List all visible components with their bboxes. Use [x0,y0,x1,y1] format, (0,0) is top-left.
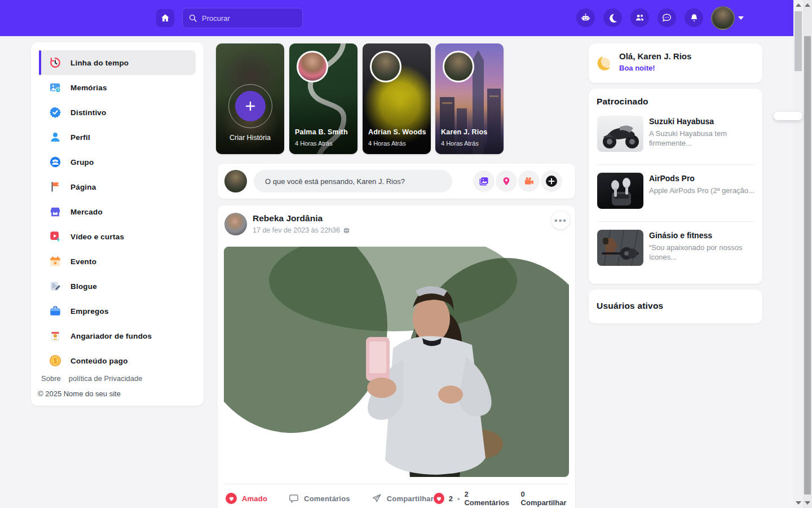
story-avatar [370,51,401,82]
browser-scrollbar[interactable] [803,0,812,508]
love-label: Amado [242,494,267,503]
sidebar-item-jobs[interactable]: Empregos [39,299,196,323]
story-author: Karen J. Rios [441,128,488,136]
sidebar-item-label: Conteúdo pago [70,357,128,365]
story-avatar [443,51,474,82]
story-author: Palma B. Smith [295,128,348,136]
memories-icon [49,81,61,94]
heart-icon [434,493,444,504]
add-video-button[interactable] [518,170,540,192]
sidebar-item-market[interactable]: Mercado [39,199,196,224]
scroll-up-arrow[interactable] [796,3,801,7]
home-button[interactable] [156,9,174,27]
scroll-up-arrow[interactable] [805,3,810,7]
comment-label: Comentários [304,494,350,503]
sponsored-item[interactable]: Ginásio e fitness “Sou apaixonado por no… [589,230,762,278]
dark-mode-button[interactable] [603,8,622,27]
composer-input[interactable] [254,170,452,192]
group-icon [49,156,61,168]
sidebar-item-profile[interactable]: Perfil [39,125,196,150]
story-card[interactable]: Karen J. Rios 4 Horas Atrás [435,43,504,154]
sidebar-item-group[interactable]: Grupo [39,150,196,174]
privacy-policy-link[interactable]: política de Privacidade [69,374,143,383]
home-icon [160,13,170,23]
airpods-photo [597,173,643,209]
sponsored-title: Ginásio e fitness [649,231,712,240]
inner-scrollbar[interactable] [793,0,803,508]
post-options-button[interactable]: ●●● [551,211,570,229]
add-more-button[interactable] [541,170,562,192]
sidebar-item-memories[interactable]: Memórias [39,75,196,100]
event-icon [49,255,61,268]
video-icon [49,230,61,243]
share-button[interactable]: Compartilhar [372,493,434,503]
sidebar-item-timeline[interactable]: Linha do tempo [39,50,196,75]
motorcycle-photo [597,116,643,152]
bell-icon [689,13,699,23]
comment-button[interactable]: Comentários [289,493,350,503]
sidebar-item-label: Distintivo [70,108,107,117]
post-author-name[interactable]: Rebeka Jordânia [253,213,323,224]
sidebar-item-label: Angariador de fundos [70,332,152,340]
sidebar-item-badge[interactable]: Distintivo [39,100,196,125]
sidebar-item-label: Mercado [70,208,103,216]
add-location-button[interactable] [496,170,517,192]
story-card[interactable]: Palma B. Smith 4 Horas Atrás [289,43,358,154]
sidebar-item-event[interactable]: Evento [39,249,196,274]
sidebar-item-video[interactable]: Vídeo e curtas [39,224,196,249]
post-photo[interactable] [224,247,569,477]
sidebar-item-label: Perfil [70,133,90,142]
robot-assistant-button[interactable] [576,8,595,27]
scroll-down-arrow[interactable] [805,501,810,505]
story-card[interactable]: Adrian S. Woods 4 Horas Atrás [363,43,431,154]
friends-button[interactable] [630,8,649,27]
sidebar-footer-links: Sobre política de Privacidade [41,374,143,383]
robot-icon [580,12,591,23]
add-photo-button[interactable] [473,170,495,192]
post-action-bar: Amado Comentários Compartilhar 2 • 2 Com… [224,489,569,508]
composer-avatar [224,170,247,192]
profile-icon [49,131,61,143]
inner-scrollbar-thumb[interactable] [795,11,802,71]
chevron-down-icon[interactable] [738,16,744,20]
moon-icon [608,13,618,23]
divider [597,221,754,222]
sidebar-item-label: Evento [70,257,96,266]
sidebar-item-label: Memórias [70,84,107,92]
paid-content-icon: $ [49,353,61,368]
scroll-down-arrow[interactable] [796,501,801,505]
story-author: Adrian S. Woods [368,128,426,136]
profile-avatar-menu[interactable] [711,6,735,30]
post-timestamp: 17 de fev de 2023 às 22h36 [253,226,340,234]
create-story-label: Criar História [216,134,284,142]
sidebar-item-label: Vídeo e curtas [70,233,124,241]
post-author-avatar[interactable] [224,213,247,235]
sponsored-description: “Sou apaixonado por nossos ícones... [649,243,756,262]
create-story-card[interactable]: Criar História [216,43,284,154]
left-sidebar: Linha do tempo Memórias Distintivo Perfi… [31,42,204,406]
sponsored-description: A Suzuki Hayabusa tem firmemente... [649,129,756,148]
stats-separator: • [457,494,460,503]
selfie-photo-graphic [224,247,569,477]
sidebar-item-label: Empregos [70,307,109,316]
browser-scrollbar-thumb[interactable] [804,36,811,494]
floating-pill-widget[interactable] [774,112,802,120]
love-button[interactable]: Amado [226,493,267,504]
sidebar-item-fundraiser[interactable]: Angariador de fundos [39,323,196,348]
greeting-card: Olá, Karen J. Rios Boa noite! [589,43,762,83]
sponsored-item[interactable]: Suzuki Hayabusa A Suzuki Hayabusa tem fi… [589,116,762,164]
page-flag-icon [49,181,61,193]
sidebar-item-page[interactable]: Página [39,174,196,199]
sidebar-item-paid-content[interactable]: $ Conteúdo pago [39,348,196,373]
search-box [182,8,303,28]
about-link[interactable]: Sobre [41,374,61,383]
share-label: Compartilhar [387,494,434,503]
sidebar-item-blog[interactable]: Blogue [39,274,196,299]
sponsored-item[interactable]: AirPods Pro Apple AirPods Pro (2ª geraçã… [589,173,762,221]
search-input[interactable] [202,14,292,23]
gym-photo [597,230,643,266]
messages-button[interactable] [657,8,676,27]
notifications-button[interactable] [685,8,703,27]
post-stats[interactable]: 2 • 2 Comentários 0 Compartilhar [434,490,569,507]
globe-icon [343,227,350,234]
